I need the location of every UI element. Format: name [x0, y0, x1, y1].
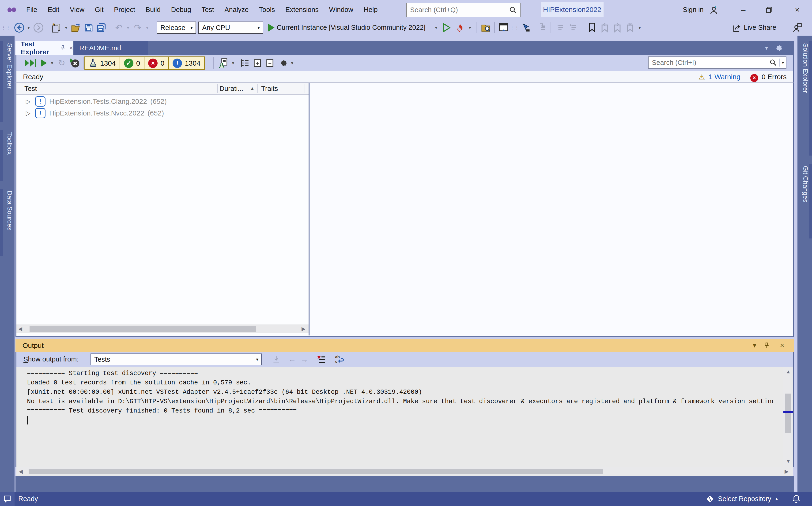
test-playlist-dropdown[interactable]: ▾ — [230, 55, 236, 71]
column-divider[interactable] — [217, 84, 218, 93]
next-message-icon[interactable]: → — [299, 352, 310, 367]
pin-icon[interactable] — [763, 339, 770, 352]
previous-bookmark-icon[interactable] — [599, 19, 611, 35]
column-test[interactable]: Test — [24, 85, 37, 92]
run-tests-icon[interactable] — [39, 55, 48, 71]
tab-test-explorer[interactable]: Test Explorer × — [15, 41, 73, 55]
cancel-test-run-icon[interactable] — [68, 55, 81, 71]
restore-button[interactable] — [761, 0, 777, 19]
new-project-button[interactable]: ✶ — [50, 19, 63, 35]
find-in-files-icon[interactable] — [479, 19, 492, 35]
scrollbar-thumb[interactable] — [785, 394, 791, 433]
expand-all-icon[interactable] — [251, 55, 264, 71]
next-bookmark-icon[interactable] — [612, 19, 623, 35]
window-position-dropdown[interactable]: ▾ — [753, 339, 756, 352]
repeat-last-run-icon[interactable]: ↻ — [56, 55, 68, 71]
navigate-window-home-icon[interactable] — [497, 19, 510, 35]
menu-tools[interactable]: Tools — [254, 0, 280, 19]
close-panel-icon[interactable]: × — [780, 339, 784, 352]
test-search-input[interactable] — [649, 59, 767, 67]
badge-total-tests[interactable]: 1304 — [85, 57, 120, 69]
select-repository-button[interactable]: Select Repository ▲ — [705, 492, 779, 506]
menu-edit[interactable]: Edit — [43, 0, 64, 19]
sign-in-button[interactable]: Sign in — [683, 0, 704, 19]
output-panel-titlebar[interactable]: Output ▾ × — [15, 339, 794, 352]
sidebar-tab-server-explorer[interactable]: Server Explorer — [0, 41, 14, 122]
output-vscrollbar[interactable]: ▲ ▼ — [784, 367, 793, 467]
save-all-button[interactable] — [95, 19, 108, 35]
column-guide-icon[interactable]: ⋮⋮ — [512, 19, 518, 35]
sidebar-tab-git-changes[interactable]: Git Changes — [798, 164, 812, 239]
undo-dropdown[interactable]: ▾ — [125, 19, 131, 35]
new-project-dropdown[interactable]: ▾ — [63, 19, 69, 35]
test-list-hscrollbar[interactable]: ◀ ▶ — [16, 324, 309, 333]
start-without-debugging-icon[interactable] — [441, 19, 452, 35]
sidebar-tab-solution-explorer[interactable]: Solution Explorer — [798, 41, 812, 156]
menu-debug[interactable]: Debug — [166, 0, 196, 19]
start-debug-icon[interactable] — [266, 19, 276, 35]
quick-launch-search[interactable] — [406, 3, 521, 17]
settings-dropdown[interactable]: ▾ — [289, 55, 295, 71]
toolbar-drag-handle-icon[interactable]: ⋮⋮ — [4, 19, 8, 35]
minimize-button[interactable]: – — [735, 0, 751, 19]
tab-readme-md[interactable]: README.md — [74, 41, 148, 55]
menu-build[interactable]: Build — [141, 0, 165, 19]
errors-label[interactable]: 0 Errors — [762, 73, 787, 81]
search-options-dropdown[interactable]: ▾ — [780, 60, 786, 65]
feedback-icon[interactable] — [0, 492, 14, 506]
menu-window[interactable]: Window — [324, 0, 358, 19]
group-by-icon[interactable] — [239, 55, 251, 71]
menu-test[interactable]: Test — [197, 0, 219, 19]
solution-name-badge[interactable]: HIPExtension2022 — [541, 2, 604, 17]
clear-bookmarks-icon[interactable] — [624, 19, 636, 35]
navigate-back-dropdown[interactable]: ▾ — [26, 19, 31, 35]
badge-failed-tests[interactable]: × 0 — [144, 57, 169, 69]
menu-help[interactable]: Help — [359, 0, 383, 19]
sidebar-tab-data-sources[interactable]: Data Sources — [0, 189, 14, 256]
menu-extensions[interactable]: Extensions — [281, 0, 323, 19]
scroll-up-icon[interactable]: ▲ — [786, 369, 791, 374]
run-tests-dropdown[interactable]: ▾ — [49, 55, 55, 71]
column-divider[interactable] — [304, 84, 305, 93]
test-group-row-clang[interactable]: ▷ ! HipExtension.Tests.Clang.2022 (652) — [16, 96, 309, 107]
close-button[interactable]: × — [789, 0, 805, 19]
run-all-tests-icon[interactable] — [23, 55, 38, 71]
hot-reload-dropdown[interactable]: ▾ — [467, 19, 473, 35]
comment-out-icon[interactable] — [554, 19, 566, 35]
start-debug-button[interactable]: Current Instance [Visual Studio Communit… — [277, 19, 425, 35]
save-button[interactable] — [82, 19, 95, 35]
redo-dropdown[interactable]: ▾ — [144, 19, 150, 35]
menu-view[interactable]: View — [65, 0, 89, 19]
start-debug-dropdown[interactable]: ▾ — [433, 19, 439, 35]
scroll-down-icon[interactable]: ▼ — [786, 459, 791, 464]
output-source-dropdown[interactable]: Tests ▾ — [90, 353, 262, 365]
expander-icon[interactable]: ▷ — [26, 98, 30, 105]
column-duration[interactable]: Durati... — [219, 85, 250, 92]
toggle-bookmark-icon[interactable] — [586, 19, 598, 35]
menu-project[interactable]: Project — [109, 0, 140, 19]
word-wrap-icon[interactable]: abc — [333, 352, 346, 367]
redo-button[interactable]: ↷ — [132, 19, 143, 35]
live-share-button[interactable]: Live Share — [744, 19, 776, 35]
settings-gear-icon[interactable] — [277, 55, 289, 71]
scroll-left-icon[interactable]: ◀ — [19, 469, 23, 474]
collapse-all-icon[interactable] — [264, 55, 276, 71]
scroll-left-icon[interactable]: ◀ — [18, 326, 22, 331]
test-search-box[interactable]: ▾ — [648, 57, 787, 69]
badge-passed-tests[interactable]: ✓ 0 — [120, 57, 145, 69]
menu-git[interactable]: Git — [90, 0, 108, 19]
quick-launch-input[interactable] — [407, 6, 509, 14]
document-outline-icon[interactable] — [535, 19, 548, 35]
pin-icon[interactable] — [60, 45, 66, 51]
test-group-row-nvcc[interactable]: ▷ ! HipExtension.Tests.Nvcc.2022 (652) — [16, 107, 309, 119]
column-divider[interactable] — [258, 84, 258, 93]
scrollbar-thumb[interactable] — [29, 326, 256, 332]
sidebar-tab-toolbox[interactable]: Toolbox — [0, 130, 14, 181]
output-hscrollbar[interactable]: ◀ ▶ — [16, 467, 793, 476]
go-to-message-icon[interactable] — [270, 352, 282, 367]
test-playlist-icon[interactable] — [217, 55, 230, 71]
output-console[interactable]: ========== Starting test discovery =====… — [15, 367, 794, 467]
feedback-person-icon[interactable] — [791, 19, 804, 35]
panel-options-gear-icon[interactable] — [773, 43, 784, 53]
hot-reload-icon[interactable] — [454, 19, 466, 35]
